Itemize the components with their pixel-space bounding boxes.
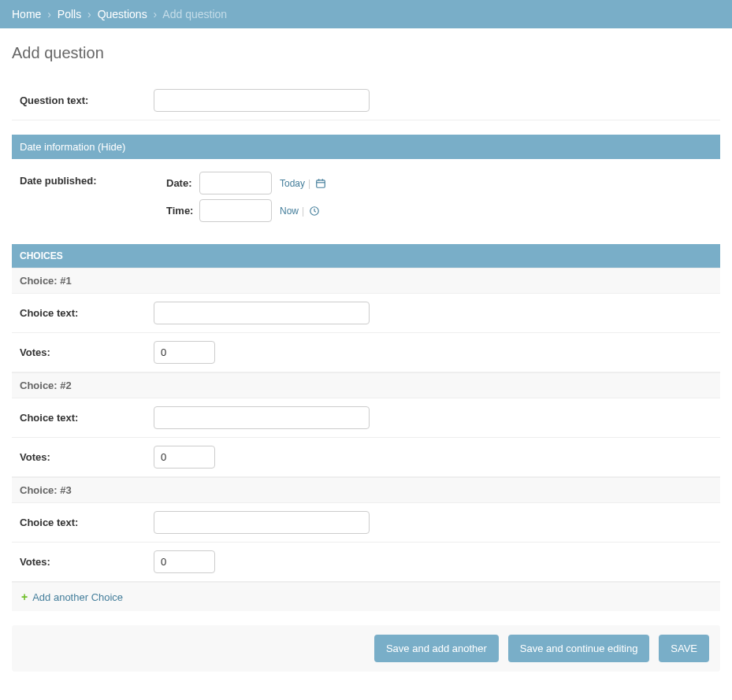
choice-text-input[interactable] (154, 511, 370, 534)
hide-toggle-link[interactable]: (Hide) (98, 141, 125, 153)
time-input[interactable] (199, 199, 272, 222)
choice-title: Choice: #3 (12, 477, 720, 503)
choice-text-input[interactable] (154, 302, 370, 324)
breadcrumb-polls[interactable]: Polls (58, 8, 81, 20)
add-another-choice-label: Add another Choice (32, 591, 123, 603)
choice-inline-1: Choice: #1 Choice text: Votes: (12, 268, 720, 372)
votes-label: Votes: (20, 346, 154, 358)
shortcut-pipe: | (308, 178, 310, 189)
choice-inline-2: Choice: #2 Choice text: Votes: (12, 372, 720, 477)
date-sublabel: Date: (166, 177, 199, 189)
choice-text-label: Choice text: (20, 307, 154, 319)
add-another-choice-link[interactable]: + Add another Choice (21, 591, 123, 603)
choice-text-input[interactable] (154, 406, 370, 429)
page-title: Add question (12, 44, 720, 62)
today-link[interactable]: Today (280, 178, 305, 189)
save-button[interactable] (659, 635, 709, 662)
save-continue-button[interactable] (508, 635, 650, 662)
now-link[interactable]: Now (280, 206, 299, 217)
clock-icon[interactable] (309, 206, 320, 217)
breadcrumb-sep: › (47, 8, 51, 20)
submit-row (12, 625, 720, 672)
date-input[interactable] (199, 172, 272, 194)
choice-text-label: Choice text: (20, 517, 154, 528)
add-row: + Add another Choice (12, 582, 720, 611)
date-published-label: Date published: (20, 172, 166, 187)
shortcut-pipe: | (302, 206, 304, 217)
calendar-icon[interactable] (315, 178, 326, 189)
votes-label: Votes: (20, 451, 154, 463)
choice-title: Choice: #1 (12, 268, 720, 294)
breadcrumb-current: Add question (162, 8, 227, 20)
choice-title: Choice: #2 (12, 372, 720, 398)
choices-heading: CHOICES (12, 244, 720, 268)
svg-rect-0 (317, 180, 325, 187)
votes-label: Votes: (20, 556, 154, 568)
breadcrumb-sep: › (87, 8, 91, 20)
choice-text-label: Choice text: (20, 412, 154, 424)
question-text-label: Question text: (20, 94, 154, 106)
time-sublabel: Time: (166, 205, 199, 217)
question-text-input[interactable] (154, 89, 370, 112)
votes-input[interactable] (154, 446, 215, 469)
plus-icon: + (21, 591, 28, 603)
choice-inline-3: Choice: #3 Choice text: Votes: (12, 477, 720, 582)
date-published-row: Date published: Date: Today | Time: (12, 159, 720, 230)
votes-input[interactable] (154, 341, 215, 364)
date-info-heading-text: Date information (20, 141, 98, 153)
question-text-row: Question text: (12, 81, 720, 120)
breadcrumb-home[interactable]: Home (12, 8, 41, 20)
breadcrumb-sep: › (154, 8, 158, 20)
breadcrumb: Home › Polls › Questions › Add question (0, 0, 732, 28)
votes-input[interactable] (154, 550, 215, 573)
choices-inline-group: CHOICES Choice: #1 Choice text: Votes: C… (12, 244, 720, 611)
date-info-heading: Date information (Hide) (12, 135, 720, 159)
save-add-another-button[interactable] (374, 635, 499, 662)
breadcrumb-questions[interactable]: Questions (98, 8, 147, 20)
